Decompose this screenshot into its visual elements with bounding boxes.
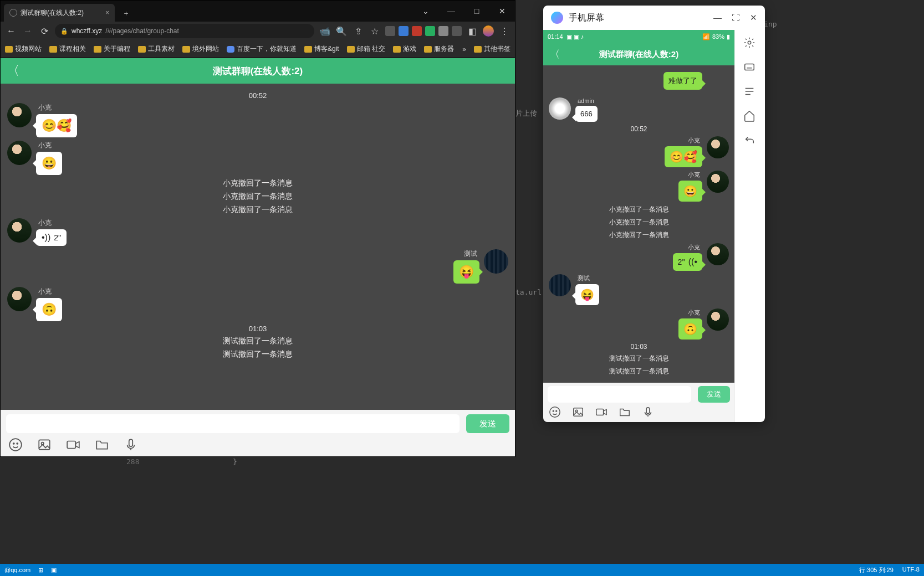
back-button[interactable]: ←: [5, 25, 17, 37]
reload-button[interactable]: ⟳: [38, 25, 50, 37]
avatar[interactable]: [7, 103, 32, 127]
mic-icon[interactable]: [642, 406, 654, 418]
bookmark-item[interactable]: 服务器: [424, 44, 454, 54]
zoom-icon[interactable]: 🔍: [335, 25, 348, 37]
system-message: 测试撤回了一条消息: [549, 367, 729, 376]
bookmarks-overflow[interactable]: »: [462, 45, 466, 53]
message-row: 小克2'' ((•: [549, 243, 729, 271]
avatar[interactable]: [7, 141, 32, 165]
close-button[interactable]: ✕: [750, 13, 757, 23]
avatar[interactable]: [7, 218, 32, 243]
maximize-button[interactable]: □: [464, 1, 489, 22]
sender-name: 小克: [686, 171, 702, 179]
message-bubble[interactable]: 🙃: [678, 318, 702, 340]
chevron-down-icon[interactable]: ⌄: [413, 1, 438, 22]
url-input[interactable]: 🔒 whczff.xyz/#/pages/chat/group-chat: [55, 24, 314, 38]
message-input[interactable]: [548, 386, 691, 403]
status-cursor[interactable]: 行:305 列:29: [859, 566, 894, 574]
status-icon[interactable]: ⊞: [38, 567, 43, 574]
extension-icons: [385, 26, 462, 36]
voice-bubble[interactable]: •)) 2'': [36, 229, 67, 246]
status-encoding[interactable]: UTF-8: [902, 566, 920, 574]
message-bubble[interactable]: 😝: [575, 284, 599, 305]
message-bubble[interactable]: 😀: [36, 152, 62, 175]
avatar[interactable]: [549, 97, 571, 120]
avatar[interactable]: [549, 274, 571, 296]
message-bubble[interactable]: 😊🥰: [36, 114, 77, 137]
message-bubble[interactable]: 🙃: [36, 298, 62, 321]
avatar[interactable]: [707, 171, 729, 193]
phone-status-bar: 01:14 ▣ ▣ ♪ 📶 83% ▮: [543, 30, 734, 43]
mic-icon[interactable]: [124, 438, 138, 452]
video-icon[interactable]: [595, 406, 608, 418]
bookmark-item[interactable]: 游戏: [393, 44, 416, 54]
globe-icon: [9, 9, 17, 17]
list-icon[interactable]: [743, 85, 755, 97]
back-icon[interactable]: 〈: [7, 63, 19, 79]
message-input[interactable]: [6, 414, 460, 433]
voice-bubble[interactable]: 2'' ((•: [673, 253, 702, 271]
return-icon[interactable]: [743, 134, 755, 146]
profile-avatar[interactable]: [483, 25, 494, 37]
message-bubble[interactable]: 难做了了: [663, 72, 702, 90]
svg-rect-12: [596, 409, 604, 415]
message-row: 测试😝: [7, 249, 508, 284]
browser-tab[interactable]: 测试群聊(在线人数:2) ×: [4, 4, 115, 22]
bookmark-item[interactable]: 课程相关: [49, 44, 86, 54]
status-icon[interactable]: ▣: [51, 567, 57, 574]
close-button[interactable]: ✕: [489, 1, 515, 22]
avatar[interactable]: [7, 287, 32, 311]
message-bubble[interactable]: 😊🥰: [665, 146, 702, 167]
folder-icon[interactable]: [95, 438, 109, 452]
video-icon[interactable]: [66, 438, 80, 452]
avatar[interactable]: [484, 249, 508, 274]
fullscreen-button[interactable]: ⛶: [732, 13, 740, 23]
share-icon[interactable]: ⇪: [352, 25, 364, 37]
extension-icon[interactable]: [412, 26, 422, 36]
folder-icon[interactable]: [619, 406, 631, 418]
camera-icon[interactable]: 📹: [319, 25, 331, 37]
bookmark-item[interactable]: 博客&git: [304, 44, 339, 54]
message-bubble[interactable]: 666: [575, 106, 598, 122]
avatar[interactable]: [707, 308, 729, 331]
message-list[interactable]: 00:52小克😊🥰小克😀小克撤回了一条消息小克撤回了一条消息小克撤回了一条消息小…: [1, 84, 515, 410]
star-icon[interactable]: ☆: [369, 25, 381, 37]
minimize-button[interactable]: —: [438, 1, 464, 22]
new-tab-button[interactable]: ＋: [118, 6, 134, 21]
bookmark-folder-other[interactable]: 其他书签: [474, 44, 511, 54]
extension-icon[interactable]: [385, 26, 395, 36]
sidepanel-icon[interactable]: ◧: [466, 25, 478, 37]
extension-icon[interactable]: [452, 26, 462, 36]
message-bubble[interactable]: 😝: [453, 260, 479, 284]
forward-button[interactable]: →: [22, 25, 34, 37]
image-icon[interactable]: [37, 438, 52, 452]
close-tab-icon[interactable]: ×: [105, 9, 109, 17]
extension-icon[interactable]: [399, 26, 409, 36]
bookmark-item[interactable]: 境外网站: [182, 44, 219, 54]
send-button[interactable]: 发送: [698, 386, 730, 403]
emoji-icon[interactable]: [549, 406, 561, 418]
back-icon[interactable]: 〈: [550, 48, 560, 61]
minimize-button[interactable]: —: [713, 13, 722, 23]
bookmark-item[interactable]: 邮箱 社交: [347, 44, 385, 54]
message-list[interactable]: 难做了了admin66600:52小克😊🥰小克😀小克撤回了一条消息小克撤回了一条…: [543, 65, 734, 383]
gear-icon[interactable]: [743, 37, 755, 49]
home-icon[interactable]: [743, 110, 755, 122]
menu-icon[interactable]: ⋮: [498, 25, 511, 37]
message-bubble[interactable]: 😀: [678, 181, 702, 202]
message-row: admin666: [549, 97, 729, 122]
bookmark-item[interactable]: 关于编程: [94, 44, 130, 54]
emoji-icon[interactable]: [8, 438, 23, 452]
image-icon[interactable]: [572, 406, 584, 418]
keyboard-icon[interactable]: [743, 61, 755, 73]
sender-name: 测试: [462, 249, 479, 259]
bookmark-item[interactable]: 视频网站: [5, 44, 42, 54]
avatar[interactable]: [707, 243, 729, 265]
extension-icon[interactable]: [425, 26, 435, 36]
bg-text: 片上传: [515, 109, 537, 119]
extension-icon[interactable]: [438, 26, 448, 36]
avatar[interactable]: [707, 136, 729, 158]
send-button[interactable]: 发送: [466, 414, 509, 433]
bookmark-item[interactable]: 工具素材: [138, 44, 175, 54]
bookmark-item[interactable]: 百度一下，你就知道: [227, 44, 297, 54]
